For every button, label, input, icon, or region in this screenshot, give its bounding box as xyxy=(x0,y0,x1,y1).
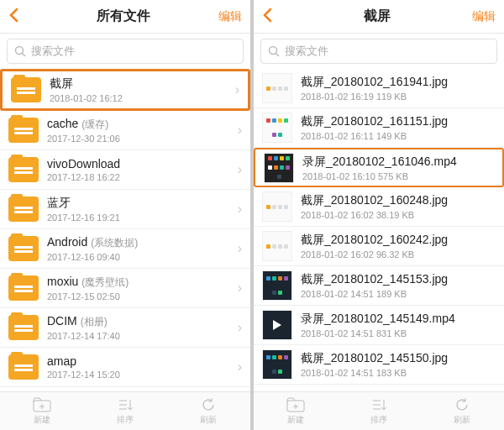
search-placeholder: 搜索文件 xyxy=(31,44,75,59)
chevron-left-icon xyxy=(8,8,18,23)
folder-name: moxiu (魔秀壁纸) xyxy=(47,275,238,290)
sort-icon xyxy=(370,398,387,412)
file-thumbnail xyxy=(262,113,292,143)
folder-row[interactable]: Android (系统数据)2017-12-16 09:40› xyxy=(0,229,250,269)
bottombar: 新建 排序 刷新 xyxy=(254,391,504,430)
svg-line-1 xyxy=(23,54,26,57)
file-meta: 2018-01-02 14:51 183 KB xyxy=(301,368,496,378)
refresh-icon xyxy=(454,397,470,412)
chevron-right-icon: › xyxy=(238,123,242,138)
file-row[interactable]: 截屏_20180102_160242.jpg2018-01-02 16:02 9… xyxy=(254,227,504,266)
chevron-right-icon: › xyxy=(235,82,239,97)
folder-row[interactable]: 截屏2018-01-02 16:12› xyxy=(0,69,250,111)
file-name: 录屏_20180102_145149.mp4 xyxy=(301,312,496,327)
folder-meta: 2017-12-18 16:22 xyxy=(47,172,238,182)
bottombar: 新建 排序 刷新 xyxy=(0,391,250,430)
folder-name: 截屏 xyxy=(50,76,235,92)
edit-button[interactable]: 编辑 xyxy=(467,9,496,24)
refresh-button[interactable]: 刷新 xyxy=(421,392,504,430)
folder-name: amap xyxy=(47,354,238,368)
search-icon xyxy=(14,45,26,57)
file-thumbnail xyxy=(262,349,292,380)
folder-name: Android (系统数据) xyxy=(47,235,238,250)
folder-icon xyxy=(8,354,39,380)
svg-point-8 xyxy=(270,47,277,55)
edit-button[interactable]: 编辑 xyxy=(213,9,242,24)
page-title: 截屏 xyxy=(287,8,467,25)
file-meta: 2018-01-02 16:19 119 KB xyxy=(301,92,496,102)
search-input[interactable]: 搜索文件 xyxy=(7,39,244,64)
chevron-right-icon: › xyxy=(238,241,242,256)
file-row[interactable]: 录屏_20180102_145149.mp42018-01-02 14:51 8… xyxy=(254,306,504,345)
folder-icon xyxy=(8,315,39,340)
file-name: 截屏_20180102_160248.jpg xyxy=(301,193,496,208)
folder-row[interactable]: cache (缓存)2017-12-30 21:06› xyxy=(0,111,250,150)
folder-name: DCIM (相册) xyxy=(47,314,238,329)
folder-meta: 2017-12-14 17:40 xyxy=(47,331,238,341)
file-name: 截屏_20180102_161151.jpg xyxy=(301,114,496,129)
search-placeholder: 搜索文件 xyxy=(285,44,328,59)
folder-name: vivoDownload xyxy=(47,157,238,170)
file-row[interactable]: 截屏_20180102_145150.jpg2018-01-02 14:51 1… xyxy=(254,345,504,385)
folder-icon xyxy=(8,236,39,261)
folder-name: cache (缓存) xyxy=(47,117,238,132)
chevron-left-icon xyxy=(262,8,272,23)
folder-icon xyxy=(8,197,39,222)
chevron-right-icon: › xyxy=(238,162,242,177)
file-meta: 2018-01-02 16:02 96.32 KB xyxy=(301,249,496,260)
screen-all-files: 所有文件 编辑 搜索文件 截屏2018-01-02 16:12›cache (缓… xyxy=(0,0,250,430)
file-thumbnail xyxy=(264,153,294,183)
file-row[interactable]: 截屏_20180102_161151.jpg2018-01-02 16:11 1… xyxy=(254,108,504,148)
sort-button[interactable]: 排序 xyxy=(83,392,166,430)
new-button[interactable]: 新建 xyxy=(0,392,83,430)
back-button[interactable] xyxy=(8,6,34,28)
folder-icon xyxy=(11,77,41,102)
chevron-right-icon: › xyxy=(238,359,242,375)
file-row[interactable]: 截屏_20180102_160248.jpg2018-01-02 16:02 3… xyxy=(254,187,504,227)
back-button[interactable] xyxy=(262,6,287,28)
folder-list: 截屏2018-01-02 16:12›cache (缓存)2017-12-30 … xyxy=(0,69,250,391)
sort-button[interactable]: 排序 xyxy=(337,392,420,430)
file-name: 截屏_20180102_161941.jpg xyxy=(301,75,496,90)
new-folder-icon xyxy=(33,397,51,412)
file-name: 截屏_20180102_145150.jpg xyxy=(301,351,496,366)
file-meta: 2018-01-02 16:10 575 KB xyxy=(302,171,494,181)
folder-icon xyxy=(8,275,39,301)
file-meta: 2018-01-02 16:11 149 KB xyxy=(301,131,496,141)
folder-meta: 2017-12-14 15:20 xyxy=(47,370,238,380)
file-thumbnail xyxy=(262,191,292,222)
topbar: 截屏 编辑 xyxy=(254,0,504,34)
search-input[interactable]: 搜索文件 xyxy=(260,39,497,64)
topbar: 所有文件 编辑 xyxy=(0,0,250,34)
folder-row[interactable]: vivoDownload2017-12-18 16:22› xyxy=(0,150,250,190)
folder-row[interactable]: DCIM (相册)2017-12-14 17:40› xyxy=(0,308,250,348)
folder-meta: 2017-12-30 21:06 xyxy=(47,134,238,144)
folder-meta: 2017-12-16 09:40 xyxy=(47,252,238,262)
file-meta: 2018-01-02 16:02 38.19 KB xyxy=(301,210,496,220)
svg-line-9 xyxy=(276,54,280,57)
file-meta: 2018-01-02 14:51 189 KB xyxy=(301,289,496,299)
folder-meta: 2017-12-15 02:50 xyxy=(47,291,238,302)
search-icon xyxy=(268,45,280,57)
file-name: 截屏_20180102_160242.jpg xyxy=(301,233,496,248)
folder-icon xyxy=(8,157,39,182)
chevron-right-icon: › xyxy=(238,281,242,296)
file-row[interactable]: 截屏_20180102_145153.jpg2018-01-02 14:51 1… xyxy=(254,266,504,306)
folder-row[interactable]: 蓝牙2017-12-16 19:21› xyxy=(0,190,250,229)
folder-row[interactable]: moxiu (魔秀壁纸)2017-12-15 02:50› xyxy=(0,269,250,308)
refresh-icon xyxy=(201,397,216,412)
refresh-button[interactable]: 刷新 xyxy=(167,392,250,430)
chevron-right-icon: › xyxy=(238,202,242,217)
file-name: 截屏_20180102_145153.jpg xyxy=(301,272,496,287)
file-row[interactable]: 截屏_20180102_161941.jpg2018-01-02 16:19 1… xyxy=(254,69,504,108)
new-button[interactable]: 新建 xyxy=(254,392,337,430)
sort-icon xyxy=(117,398,134,412)
folder-row[interactable]: amap2017-12-14 15:20› xyxy=(0,348,250,387)
file-name: 录屏_20180102_161046.mp4 xyxy=(302,155,494,170)
folder-name: 蓝牙 xyxy=(47,196,238,211)
file-thumbnail xyxy=(262,231,292,261)
page-title: 所有文件 xyxy=(34,8,213,25)
file-thumbnail xyxy=(262,310,292,340)
file-row[interactable]: 录屏_20180102_161046.mp42018-01-02 16:10 5… xyxy=(254,148,504,187)
folder-meta: 2017-12-16 19:21 xyxy=(47,212,238,223)
